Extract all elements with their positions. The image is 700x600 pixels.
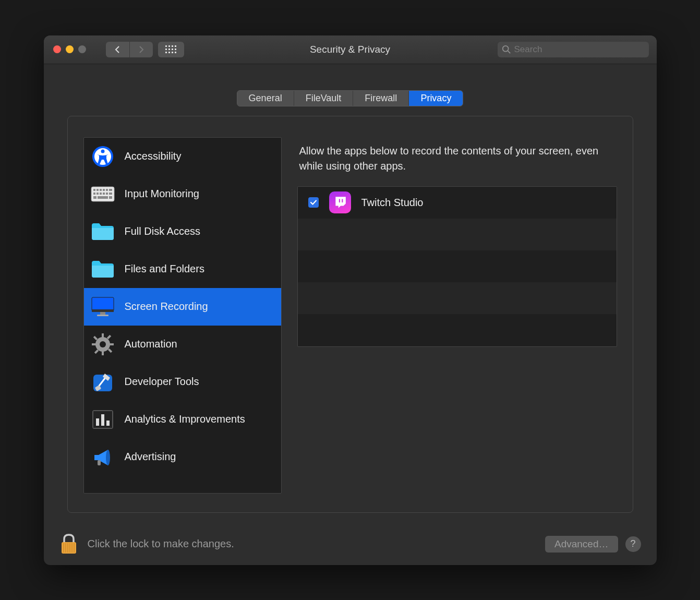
svg-rect-14 <box>100 193 102 195</box>
grid-icon <box>165 45 176 53</box>
app-row-empty <box>298 314 617 346</box>
sidebar-item-label: Automation <box>125 338 177 350</box>
svg-rect-6 <box>93 189 95 191</box>
folder-icon <box>90 258 115 281</box>
svg-rect-24 <box>97 315 108 316</box>
sidebar-item-label: Developer Tools <box>125 376 199 388</box>
search-icon <box>502 45 511 54</box>
app-row-empty <box>298 282 617 314</box>
tab-filevault[interactable]: FileVault <box>294 91 354 106</box>
svg-point-4 <box>101 149 104 153</box>
svg-line-1 <box>508 51 510 53</box>
svg-rect-27 <box>102 351 104 355</box>
sidebar-item-full-disk-access[interactable]: Full Disk Access <box>84 213 281 250</box>
tab-general[interactable]: General <box>237 91 294 106</box>
keyboard-icon <box>90 183 115 206</box>
titlebar: Security & Privacy <box>44 35 657 64</box>
window-controls <box>53 45 86 53</box>
sidebar-item-accessibility[interactable]: Accessibility <box>84 138 281 175</box>
app-row[interactable]: Twitch Studio <box>298 187 617 219</box>
checkmark-icon <box>310 199 317 206</box>
gear-icon <box>90 333 115 356</box>
nav-buttons <box>106 42 153 57</box>
advanced-button[interactable]: Advanced… <box>545 536 618 553</box>
sidebar-item-automation[interactable]: Automation <box>84 326 281 363</box>
app-row-empty <box>298 219 617 250</box>
lock-area[interactable]: Click the lock to make changes. <box>59 533 234 556</box>
sidebar-item-label: Advertising <box>125 451 176 463</box>
lock-text: Click the lock to make changes. <box>88 538 234 550</box>
sidebar-item-developer-tools[interactable]: Developer Tools <box>84 363 281 401</box>
svg-rect-22 <box>92 309 114 312</box>
svg-rect-8 <box>100 189 102 191</box>
folder-icon <box>90 220 115 243</box>
sidebar-item-label: Full Disk Access <box>125 225 201 237</box>
svg-rect-10 <box>106 189 108 191</box>
svg-rect-7 <box>96 189 99 191</box>
help-button[interactable]: ? <box>625 536 641 552</box>
svg-rect-17 <box>109 193 112 195</box>
sidebar-item-advertising[interactable]: Advertising <box>84 438 281 476</box>
svg-point-0 <box>502 45 508 51</box>
svg-rect-16 <box>106 193 108 195</box>
tab-bar: General FileVault Firewall Privacy <box>237 90 464 106</box>
svg-rect-31 <box>107 348 112 352</box>
sidebar-item-label: Input Monitoring <box>125 188 199 200</box>
app-checkbox[interactable] <box>308 197 319 208</box>
app-row-empty <box>298 250 617 282</box>
svg-rect-40 <box>101 414 104 426</box>
chevron-right-icon <box>138 45 144 54</box>
sidebar-item-label: Files and Folders <box>125 263 204 275</box>
svg-rect-11 <box>109 189 112 191</box>
twitch-icon <box>329 191 351 213</box>
lock-icon <box>59 533 78 556</box>
chevron-left-icon <box>114 45 120 54</box>
svg-rect-21 <box>92 297 114 311</box>
svg-rect-12 <box>93 193 95 195</box>
minimize-window-button[interactable] <box>66 45 74 53</box>
privacy-detail-pane: Allow the apps below to record the conte… <box>297 137 617 494</box>
app-list[interactable]: Twitch Studio <box>297 186 617 347</box>
hammer-icon <box>90 370 115 393</box>
megaphone-icon <box>90 446 115 469</box>
display-icon <box>90 295 115 318</box>
svg-rect-30 <box>93 335 97 340</box>
privacy-category-list[interactable]: Accessibility Input Monitoring Full Disk… <box>83 137 282 494</box>
search-field[interactable] <box>498 42 649 57</box>
zoom-window-button[interactable] <box>78 45 86 53</box>
svg-rect-23 <box>100 312 105 315</box>
sidebar-item-label: Accessibility <box>125 150 182 162</box>
chart-icon <box>90 408 115 431</box>
back-button[interactable] <box>106 42 129 57</box>
show-all-button[interactable] <box>158 42 184 57</box>
sidebar-item-files-and-folders[interactable]: Files and Folders <box>84 250 281 288</box>
sidebar-item-screen-recording[interactable]: Screen Recording <box>84 288 281 326</box>
svg-rect-20 <box>109 196 112 199</box>
svg-rect-9 <box>103 189 105 191</box>
search-input[interactable] <box>514 44 645 55</box>
svg-point-42 <box>106 450 110 465</box>
tab-privacy[interactable]: Privacy <box>409 91 463 106</box>
tab-firewall[interactable]: Firewall <box>353 91 409 106</box>
sidebar-item-input-monitoring[interactable]: Input Monitoring <box>84 175 281 213</box>
svg-rect-15 <box>103 193 105 195</box>
svg-rect-26 <box>102 333 104 338</box>
svg-rect-43 <box>98 460 101 465</box>
sidebar-item-analytics[interactable]: Analytics & Improvements <box>84 401 281 438</box>
svg-rect-19 <box>98 196 108 199</box>
svg-rect-39 <box>96 418 99 426</box>
privacy-description: Allow the apps below to record the conte… <box>297 137 617 186</box>
close-window-button[interactable] <box>53 45 61 53</box>
accessibility-icon <box>90 145 115 168</box>
forward-button[interactable] <box>129 42 153 57</box>
svg-rect-33 <box>94 349 98 353</box>
body: General FileVault Firewall Privacy Acces… <box>44 64 657 523</box>
sidebar-item-label: Screen Recording <box>125 301 208 313</box>
preferences-window: Security & Privacy General FileVault Fir… <box>44 35 657 565</box>
svg-rect-18 <box>93 196 96 199</box>
app-name: Twitch Studio <box>361 197 424 209</box>
svg-point-34 <box>100 341 106 347</box>
svg-rect-13 <box>96 193 99 195</box>
svg-rect-28 <box>92 343 96 345</box>
footer: Click the lock to make changes. Advanced… <box>44 523 657 565</box>
